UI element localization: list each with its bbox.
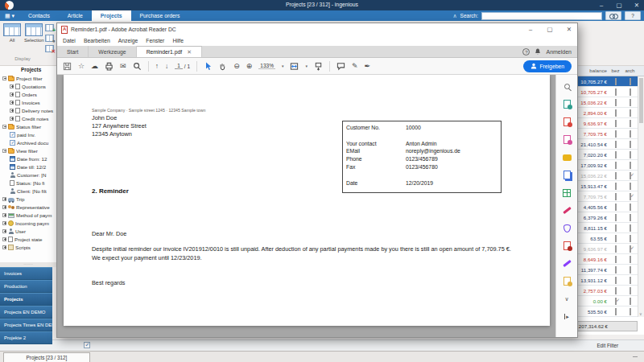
certificates-icon[interactable] [562, 258, 572, 269]
archived-checkbox[interactable] [630, 162, 631, 169]
print-icon[interactable] [105, 62, 114, 71]
table-row[interactable]: 9,636.97 € [573, 244, 644, 254]
close-tab-icon[interactable]: ✕ [187, 46, 192, 58]
table-row[interactable]: 63.55 € [573, 233, 644, 244]
acrobat-tab-start[interactable]: Start [57, 46, 89, 57]
table-row[interactable]: 17,009.92 € [573, 160, 644, 171]
archived-checkbox[interactable] [630, 193, 631, 200]
table-row[interactable]: 15,036.22 € [573, 97, 644, 108]
tree-item-project-state[interactable]: Project state [0, 235, 56, 243]
filter-checkbox[interactable] [84, 342, 90, 348]
nav-projekte-2[interactable]: Projekte 2 [0, 331, 52, 344]
current-page-input[interactable]: 1 [175, 63, 183, 69]
protect-icon[interactable] [562, 223, 572, 233]
tree-item-orders[interactable]: Orders [0, 90, 56, 98]
acrobat-titlebar[interactable]: Reminder1.pdf - Adobe Acrobat Reader DC … [57, 23, 577, 35]
tree-expander-icon[interactable] [2, 149, 6, 153]
tree-item-delivery-notes[interactable]: Delivery notes [0, 106, 56, 114]
tree-expander-icon[interactable] [10, 93, 14, 97]
zoom-out-icon[interactable]: ⊖ [233, 63, 240, 70]
search-input[interactable] [481, 12, 602, 20]
page-indicator[interactable]: 1 / 1 [175, 63, 190, 69]
tree-item-user[interactable]: User [0, 227, 56, 235]
paid-checkbox[interactable] [615, 266, 617, 274]
acrobat-tab-reminder1-pdf[interactable]: Reminder1.pdf✕ [137, 46, 202, 57]
paid-checkbox[interactable] [615, 235, 617, 242]
archived-checkbox[interactable] [630, 78, 631, 85]
tree-item-representative[interactable]: Representative [0, 203, 56, 211]
archived-checkbox[interactable] [630, 287, 631, 294]
tree-item-method-of-paym[interactable]: Method of paym [0, 211, 56, 219]
paid-checkbox[interactable] [615, 172, 617, 179]
menu-hilfe[interactable]: Hilfe [172, 38, 184, 43]
paid-checkbox[interactable] [615, 298, 617, 305]
tree-item-incoming-paym[interactable]: Incoming paym [0, 219, 56, 227]
zoom-dropdown-icon[interactable]: ▾ [282, 64, 284, 68]
edit-filter-button[interactable]: Edit Filter [597, 343, 618, 348]
paid-checkbox[interactable] [615, 204, 617, 211]
collapse-panel-icon[interactable]: ▸ [562, 311, 572, 322]
view-selection-button[interactable]: Selection [24, 23, 44, 43]
sign-icon[interactable]: ✒ [364, 63, 370, 70]
table-row[interactable]: 4,405.56 € [573, 202, 644, 212]
previous-page-icon[interactable]: ↑ [155, 63, 159, 70]
tree-expander-icon[interactable] [10, 84, 14, 88]
paid-checkbox[interactable] [615, 214, 617, 221]
paid-checkbox[interactable] [615, 245, 617, 253]
close-button[interactable]: ✕ [630, 0, 644, 10]
table-row[interactable]: 10,705.27 € [573, 76, 644, 87]
paid-checkbox[interactable] [615, 141, 617, 148]
acrobat-maximize-button[interactable]: ▢ [542, 23, 558, 35]
maximize-button[interactable]: ▢ [612, 0, 626, 10]
tree-expander-icon[interactable] [2, 197, 6, 201]
stamp-icon[interactable] [562, 276, 572, 286]
table-row[interactable]: 8,649.16 € [573, 254, 644, 265]
paid-checkbox[interactable] [615, 78, 617, 85]
edit-view-button[interactable]: ● [45, 35, 54, 42]
paid-checkbox[interactable] [615, 183, 617, 190]
archived-checkbox[interactable] [630, 172, 631, 179]
archived-checkbox[interactable] [630, 308, 631, 315]
table-row[interactable]: 15,913.47 € [573, 181, 644, 191]
paid-checkbox[interactable] [615, 287, 617, 294]
nav-projects-times-en-demo[interactable]: Projects Times EN DEMO [0, 319, 52, 331]
search-icon[interactable] [133, 62, 142, 71]
table-row[interactable]: 15,036.22 € [573, 171, 644, 181]
tree-expander-icon[interactable] [2, 125, 6, 129]
create-pdf-icon[interactable] [562, 117, 572, 127]
tree-item-project-filter[interactable]: Project filter [0, 74, 56, 82]
table-row[interactable]: 7,020.20 € [573, 150, 644, 160]
paid-checkbox[interactable] [615, 193, 617, 200]
table-row[interactable]: 13,931.12 € [573, 275, 644, 286]
tree-expander-icon[interactable] [2, 237, 6, 241]
nav-invoices[interactable]: Invoices [0, 267, 52, 280]
comment-icon[interactable] [562, 152, 572, 162]
tree-item-credit-notes[interactable]: Credit notes [0, 114, 56, 122]
minimize-button[interactable]: – [594, 0, 609, 10]
pencil-icon[interactable]: ✎ [352, 63, 358, 70]
paid-checkbox[interactable] [615, 224, 617, 232]
tree-item-status-no-fi[interactable]: Status: [No fi [0, 179, 56, 187]
more-tools-icon[interactable]: ∨ [562, 294, 572, 304]
comment-icon[interactable] [336, 62, 345, 71]
paid-checkbox[interactable] [615, 99, 617, 106]
table-row[interactable]: 2,757.03 € [573, 286, 644, 296]
export-pdf-icon[interactable] [562, 99, 572, 109]
table-row[interactable]: 9,636.97 € [573, 118, 644, 129]
archived-checkbox[interactable] [630, 109, 631, 117]
notifications-bell-icon[interactable] [535, 48, 541, 56]
acrobat-help-icon[interactable]: ? [522, 48, 530, 56]
email-icon[interactable]: ✉ [120, 63, 126, 70]
archived-checkbox[interactable] [630, 151, 631, 158]
nav-production[interactable]: Production [0, 280, 52, 293]
acrobat-minimize-button[interactable]: – [522, 23, 539, 35]
paid-checkbox[interactable] [615, 277, 617, 284]
table-row[interactable]: 7,709.75 € [573, 129, 644, 139]
archived-checkbox[interactable] [630, 130, 631, 138]
tree-expander-icon[interactable] [10, 109, 14, 113]
bottom-tab-projects[interactable]: Projects [23 / 312] [3, 352, 90, 362]
archived-checkbox[interactable] [630, 298, 631, 305]
acrobat-tab-werkzeuge[interactable]: Werkzeuge [89, 46, 136, 57]
combine-files-icon[interactable] [562, 170, 572, 180]
paid-checkbox[interactable] [615, 130, 617, 138]
